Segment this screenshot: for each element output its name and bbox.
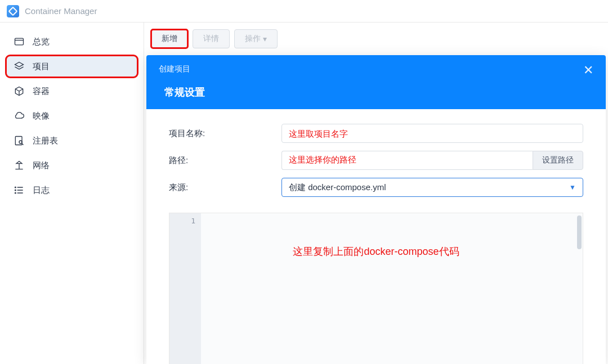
- cloud-icon: [14, 110, 25, 122]
- sidebar-item-label: 容器: [33, 86, 50, 97]
- close-icon[interactable]: ✕: [583, 64, 593, 77]
- set-path-button[interactable]: 设置路径: [533, 151, 583, 170]
- cube-icon: [14, 86, 25, 97]
- editor-gutter: 1: [169, 213, 201, 364]
- editor-annotation: 这里复制上面的docker-compose代码: [293, 245, 459, 258]
- new-button[interactable]: 新增: [151, 29, 188, 48]
- sidebar-item-label: 日志: [33, 185, 50, 196]
- chevron-down-icon: ▾: [263, 34, 267, 43]
- sidebar-item-network[interactable]: 网络: [6, 154, 138, 177]
- search-doc-icon: [14, 135, 25, 146]
- sidebar-item-overview[interactable]: 总览: [6, 30, 138, 53]
- list-icon: [14, 185, 25, 196]
- sidebar-item-logs[interactable]: 日志: [6, 179, 138, 201]
- scrollbar-thumb[interactable]: [577, 215, 582, 249]
- app-logo-icon: [7, 5, 19, 17]
- dashboard-icon: [14, 36, 25, 47]
- action-menu-button[interactable]: 操作 ▾: [234, 29, 278, 48]
- editor-code-area[interactable]: [201, 213, 583, 364]
- sidebar-item-label: 映像: [33, 111, 50, 122]
- network-icon: [14, 160, 25, 171]
- dropdown-arrow-icon: ▼: [569, 183, 576, 191]
- path-label: 路径:: [169, 155, 281, 166]
- code-editor[interactable]: 1 这里复制上面的docker-compose代码: [169, 213, 583, 364]
- svg-point-3: [15, 187, 16, 188]
- sidebar-item-label: 项目: [33, 61, 50, 72]
- source-select[interactable]: 创建 docker-compose.yml ▼: [281, 178, 583, 197]
- svg-rect-0: [15, 38, 24, 45]
- modal-section-title: 常规设置: [159, 77, 593, 109]
- modal-body: 项目名称: 路径: 这里选择你的路径 设置路径 来源: 创建 docker-co…: [146, 109, 606, 364]
- sidebar-item-registry[interactable]: 注册表: [6, 129, 138, 152]
- layers-icon: [14, 61, 25, 72]
- app-header: Container Manager: [0, 0, 608, 23]
- svg-point-2: [19, 141, 22, 143]
- sidebar-item-label: 网络: [33, 160, 50, 171]
- line-number: 1: [175, 217, 195, 225]
- path-display: 这里选择你的路径: [281, 151, 533, 170]
- action-menu-label: 操作: [245, 34, 261, 44]
- svg-point-4: [15, 190, 16, 191]
- toolbar: 新增 详情 操作 ▾: [151, 29, 601, 48]
- main-area: 新增 详情 操作 ▾ 创建项目 ✕ 常规设置 项目名称:: [144, 23, 608, 364]
- source-label: 来源:: [169, 182, 281, 193]
- source-selected-value: 创建 docker-compose.yml: [289, 182, 386, 193]
- app-title: Container Manager: [25, 6, 97, 16]
- project-name-input[interactable]: [281, 124, 583, 143]
- project-name-label: 项目名称:: [169, 128, 281, 139]
- sidebar-item-label: 总览: [33, 37, 50, 47]
- detail-button[interactable]: 详情: [193, 29, 230, 48]
- create-project-modal: 创建项目 ✕ 常规设置 项目名称: 路径: 这里选择你的路径 设置路径 来源:: [146, 55, 606, 364]
- sidebar-item-label: 注册表: [33, 136, 58, 146]
- sidebar-item-containers[interactable]: 容器: [6, 80, 138, 102]
- sidebar: 总览 项目 容器 映像 注册表 网络 日志: [0, 23, 144, 364]
- modal-header: 创建项目 ✕ 常规设置: [146, 55, 606, 109]
- svg-point-5: [15, 192, 16, 194]
- sidebar-item-images[interactable]: 映像: [6, 105, 138, 127]
- sidebar-item-projects[interactable]: 项目: [6, 55, 138, 78]
- modal-title: 创建项目: [159, 64, 190, 74]
